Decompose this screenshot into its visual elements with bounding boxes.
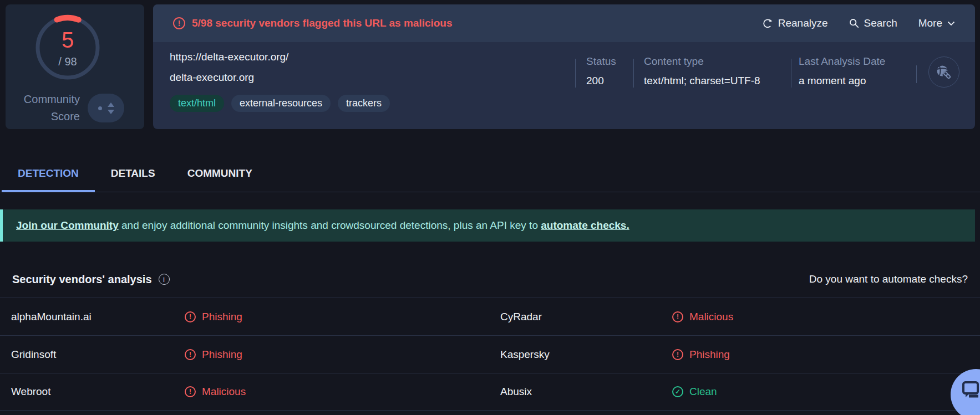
automate-prompt: Do you want to automate checks? [809,273,968,285]
reanalyze-button[interactable]: Reanalyze [762,17,828,29]
table-row: Gridinsoft ! ✓ Phishing Kaspersky ! ✓ Ph… [0,335,980,373]
vendor-table: alphaMountain.ai ! ✓ Phishing CyRadar ! … [0,298,980,411]
verdict: ! ✓ Malicious [185,386,500,398]
meta-divider [633,59,634,88]
more-button[interactable]: More [918,17,955,29]
tag-trackers[interactable]: trackers [338,95,390,112]
table-row: alphaMountain.ai ! ✓ Phishing CyRadar ! … [0,298,980,335]
meta-status: Status 200 [586,55,616,87]
chevron-down-icon [947,21,955,26]
info-icon[interactable]: i [159,274,170,285]
tab-detection[interactable]: DETECTION [2,157,95,192]
alert-circle-icon: ! [185,349,196,360]
alert-circle-icon: ! [185,311,196,322]
search-button[interactable]: Search [849,17,897,29]
vendor-name: Gridinsoft [11,349,185,361]
analysis-title: Security vendors' analysis [12,273,152,286]
score-gauge: 5 / 98 [33,13,102,82]
alert-text: 5/98 security vendors flagged this URL a… [192,17,453,29]
url-text: https://delta-executor.org/ [170,51,390,63]
alert-circle-icon: ! [185,386,196,397]
warning-icon: ! [173,17,185,29]
vendor-name: alphaMountain.ai [11,311,185,323]
tab-details[interactable]: DETAILS [95,157,171,192]
meta-status-label: Status [586,55,616,68]
meta-status-value: 200 [586,75,616,87]
vendor-name: Webroot [11,386,185,398]
analysis-header: Security vendors' analysis i Do you want… [0,269,974,289]
join-community-link[interactable]: Join our Community [16,219,119,231]
verdict: ! ✓ Malicious [672,311,980,323]
alert-banner: ! 5/98 security vendors flagged this URL… [153,4,975,42]
community-banner: Join our Community and enjoy additional … [0,209,975,242]
meta-divider [916,65,917,83]
tab-community[interactable]: COMMUNITY [171,157,268,192]
alert-circle-icon: ! [672,349,683,360]
domain-text: delta-executor.org [170,71,390,84]
verdict: ! ✓ Phishing [185,349,500,361]
meta-content-type-value: text/html; charset=UTF-8 [644,75,760,87]
header-panel: ! 5/98 security vendors flagged this URL… [153,4,975,129]
community-banner-text: and enjoy additional community insights … [119,219,541,231]
meta-divider [575,59,576,88]
check-circle-icon: ✓ [672,386,683,397]
meta-content-type-label: Content type [644,55,760,68]
vendor-name: Abusix [500,386,672,398]
toggle-dot-icon [98,106,102,110]
reanalyze-icon [762,18,773,29]
verdict: ! ✓ Clean [672,386,980,398]
search-icon [849,18,859,28]
community-score-label: Community Score [24,91,80,125]
meta-last-analysis-label: Last Analysis Date [799,55,885,68]
meta-last-analysis-value: a moment ago [799,75,885,87]
meta-divider [791,59,791,88]
community-score-total: / 98 [58,55,77,68]
meta-content-type: Content type text/html; charset=UTF-8 [644,55,760,87]
tab-bar: DETECTION DETAILS COMMUNITY [0,157,980,192]
vendor-name: CyRadar [500,311,672,323]
tags-row: text/html external-resources trackers [170,95,390,112]
verdict: ! ✓ Phishing [672,349,980,361]
table-row: Webroot ! ✓ Malicious Abusix ! ✓ Clean [0,373,980,411]
chat-icon [962,381,980,399]
community-score-card: 5 / 98 Community Score [6,4,144,129]
toggle-arrows-icon [108,103,114,114]
tag-external-resources[interactable]: external-resources [231,95,331,112]
score-type-toggle[interactable] [88,94,124,122]
community-score-value: 5 [62,29,74,51]
globe-link-icon [928,57,959,88]
alert-circle-icon: ! [672,311,683,322]
url-info-section: https://delta-executor.org/ delta-execut… [153,42,975,129]
tag-text-html[interactable]: text/html [170,95,224,112]
verdict: ! ✓ Phishing [185,311,500,323]
vendor-name: Kaspersky [500,349,672,361]
meta-last-analysis: Last Analysis Date a moment ago [799,55,885,87]
automate-checks-link[interactable]: automate checks. [541,219,629,231]
